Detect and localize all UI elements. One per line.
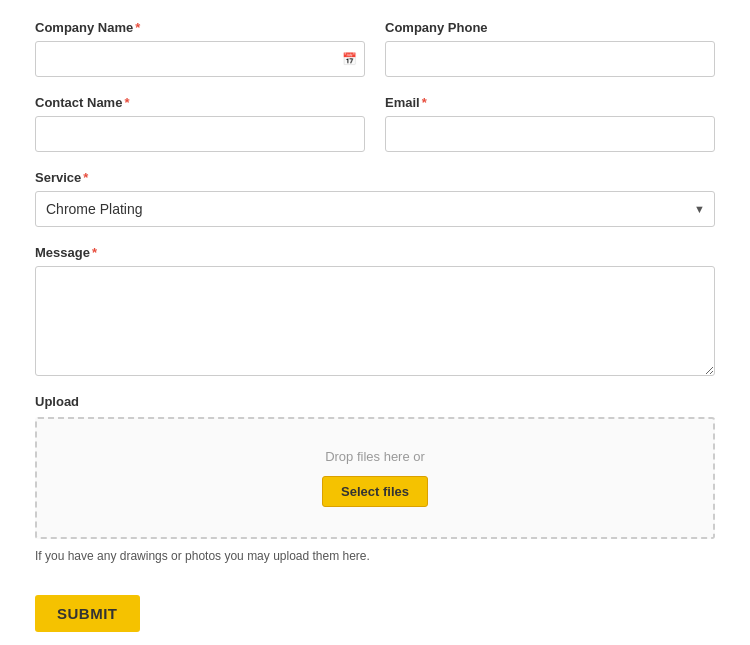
upload-dropzone[interactable]: Drop files here or Select files [35,417,715,539]
service-select[interactable]: Chrome Plating Powder Coating Anodizing … [35,191,715,227]
row-upload: Upload Drop files here or Select files I… [35,394,715,563]
group-contact-name: Contact Name* [35,95,365,152]
contact-name-input[interactable] [35,116,365,152]
row-message: Message* [35,245,715,376]
form-container: Company Name* 📅 Company Phone Contact Na… [15,0,735,645]
email-input[interactable] [385,116,715,152]
select-files-button[interactable]: Select files [322,476,428,507]
company-phone-label: Company Phone [385,20,715,35]
company-name-input[interactable] [35,41,365,77]
upload-hint: If you have any drawings or photos you m… [35,549,715,563]
email-label: Email* [385,95,715,110]
contact-name-label: Contact Name* [35,95,365,110]
company-name-input-wrapper: 📅 [35,41,365,77]
upload-label: Upload [35,394,715,409]
group-company-phone: Company Phone [385,20,715,77]
calendar-icon: 📅 [342,52,357,66]
company-phone-input[interactable] [385,41,715,77]
service-select-wrapper: Chrome Plating Powder Coating Anodizing … [35,191,715,227]
message-textarea[interactable] [35,266,715,376]
group-upload: Upload Drop files here or Select files I… [35,394,715,563]
row-contact: Contact Name* Email* [35,95,715,152]
message-label: Message* [35,245,715,260]
company-name-label: Company Name* [35,20,365,35]
submit-button[interactable]: SUBMIT [35,595,140,632]
group-message: Message* [35,245,715,376]
service-label: Service* [35,170,715,185]
row-service: Service* Chrome Plating Powder Coating A… [35,170,715,227]
row-company: Company Name* 📅 Company Phone [35,20,715,77]
group-company-name: Company Name* 📅 [35,20,365,77]
drop-text: Drop files here or [57,449,693,464]
group-email: Email* [385,95,715,152]
group-service: Service* Chrome Plating Powder Coating A… [35,170,715,227]
